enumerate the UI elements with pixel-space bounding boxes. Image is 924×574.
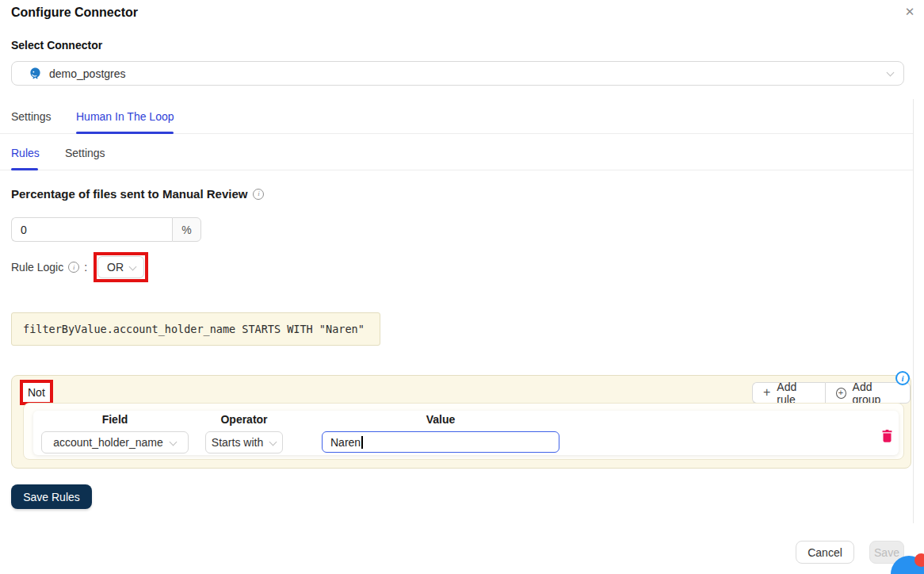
subtab-settings[interactable]: Settings bbox=[65, 147, 105, 159]
add-group-button[interactable]: + Add group bbox=[825, 382, 911, 404]
subtab-rules[interactable]: Rules bbox=[11, 147, 40, 159]
postgres-icon bbox=[29, 67, 42, 80]
rule-logic-selected-value: OR bbox=[107, 261, 124, 274]
rule-row: Field Operator Value account_holder_name… bbox=[33, 411, 899, 455]
value-input-text: Naren bbox=[330, 436, 361, 449]
not-toggle-button[interactable]: Not bbox=[23, 383, 50, 402]
field-column-header: Field bbox=[41, 413, 189, 426]
nested-rule-group: Field Operator Value account_holder_name… bbox=[23, 403, 904, 460]
tab-human-in-the-loop[interactable]: Human In The Loop bbox=[76, 110, 174, 123]
plus-icon: + bbox=[763, 386, 770, 399]
percentage-input[interactable]: 0 bbox=[11, 217, 172, 242]
rule-logic-select[interactable]: OR bbox=[97, 256, 144, 278]
connector-select[interactable]: demo_postgres bbox=[11, 61, 904, 86]
add-group-label: Add group bbox=[853, 381, 899, 406]
sub-tabbar: Rules Settings bbox=[0, 134, 913, 170]
chevron-down-icon bbox=[170, 439, 177, 446]
info-icon[interactable]: i bbox=[253, 189, 264, 200]
group-actions: + Add rule + Add group bbox=[752, 382, 911, 404]
scrollbar-track[interactable] bbox=[913, 99, 914, 523]
text-caret bbox=[361, 436, 363, 449]
main-tabbar: Settings Human In The Loop bbox=[0, 104, 913, 134]
manual-review-label: Percentage of files sent to Manual Revie… bbox=[11, 187, 247, 201]
notification-badge bbox=[914, 553, 924, 567]
rule-logic-colon: : bbox=[84, 261, 87, 274]
circle-plus-icon: + bbox=[836, 388, 846, 399]
rule-expression-code: filterByValue.account_holder_name STARTS… bbox=[23, 323, 365, 335]
operator-selected-value: Starts with bbox=[212, 436, 263, 449]
page-title: Configure Connector bbox=[11, 6, 138, 20]
add-rule-button[interactable]: + Add rule bbox=[752, 382, 825, 404]
value-input[interactable]: Naren bbox=[322, 431, 559, 453]
connector-selected-value: demo_postgres bbox=[49, 67, 887, 80]
active-subtab-underline bbox=[11, 168, 38, 170]
rule-group: Not + Add rule + Add group i Field Opera… bbox=[11, 375, 911, 469]
add-rule-label: Add rule bbox=[777, 381, 814, 406]
info-icon[interactable]: i bbox=[68, 262, 79, 273]
rule-logic-row: Rule Logic i : OR bbox=[11, 256, 148, 278]
annotation-box-not: Not bbox=[20, 380, 53, 405]
percent-addon: % bbox=[172, 217, 201, 242]
group-info-icon[interactable]: i bbox=[895, 371, 910, 385]
field-select[interactable]: account_holder_name bbox=[41, 431, 189, 453]
annotation-box-rule-logic: OR bbox=[94, 252, 148, 282]
chevron-down-icon bbox=[887, 70, 894, 77]
close-icon[interactable]: ✕ bbox=[900, 2, 919, 21]
select-connector-label: Select Connector bbox=[11, 39, 102, 52]
configure-connector-modal: Configure Connector ✕ Select Connector d… bbox=[0, 0, 924, 574]
chevron-down-icon bbox=[269, 439, 277, 446]
chevron-down-icon bbox=[129, 264, 136, 271]
operator-select[interactable]: Starts with bbox=[205, 431, 283, 453]
delete-rule-button[interactable] bbox=[878, 427, 895, 444]
cancel-button[interactable]: Cancel bbox=[796, 541, 854, 564]
tab-settings[interactable]: Settings bbox=[11, 110, 52, 123]
trash-icon bbox=[881, 429, 893, 442]
save-rules-button[interactable]: Save Rules bbox=[11, 484, 92, 509]
rule-expression-preview: filterByValue.account_holder_name STARTS… bbox=[11, 312, 380, 346]
operator-column-header: Operator bbox=[205, 413, 283, 426]
field-selected-value: account_holder_name bbox=[53, 436, 163, 449]
rule-logic-label: Rule Logic bbox=[11, 261, 63, 274]
value-column-header: Value bbox=[322, 413, 559, 426]
manual-review-input-group: 0 % bbox=[11, 217, 201, 242]
manual-review-label-row: Percentage of files sent to Manual Revie… bbox=[11, 187, 264, 201]
